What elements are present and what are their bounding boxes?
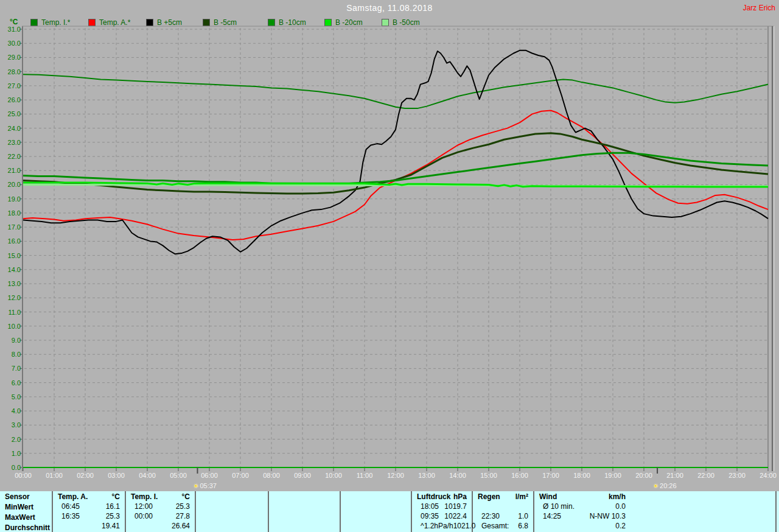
stats-column-empty-1 xyxy=(196,491,269,532)
y-tick-label: 8.0 xyxy=(1,351,21,358)
y-tick-label: 13.0 xyxy=(1,280,21,287)
y-tick-label: 27.0 xyxy=(1,82,21,89)
x-tick-label: 02:00 xyxy=(72,472,99,479)
stats-label: Durchschnitt xyxy=(0,522,52,532)
wind-max-value: N-NW 10.3 xyxy=(590,511,626,521)
x-tick-label: 09:00 xyxy=(289,472,316,479)
column-name: Regen xyxy=(478,492,500,502)
x-tick-label: 15:00 xyxy=(475,472,502,479)
y-tick-label: 31.0 xyxy=(1,26,21,33)
stats-column-luftdruck: Luftdruck hPa 18:051019.7 09:351022.4 ^1… xyxy=(412,491,473,532)
temperature-plot xyxy=(0,0,779,492)
y-tick-label: 2.0 xyxy=(1,436,21,443)
x-tick-label: 18:00 xyxy=(568,472,595,479)
stats-table: Sensor MinWert MaxWert Durchschnitt Temp… xyxy=(0,491,779,532)
stats-row-labels-column: Sensor MinWert MaxWert Durchschnitt xyxy=(0,491,53,532)
y-tick-label: 11.0 xyxy=(1,309,21,316)
x-tick-label: 11:00 xyxy=(351,472,378,479)
x-tick-label: 08:00 xyxy=(258,472,285,479)
x-tick-label: 04:00 xyxy=(134,472,161,479)
stats-column-temp-i: Temp. I. °C 12:0025.3 00:0027.8 26.64 xyxy=(126,491,196,532)
max-value: 27.8 xyxy=(176,511,190,521)
column-unit: l/m² xyxy=(515,492,528,502)
x-tick-label: 00:00 xyxy=(10,472,37,479)
column-name: Wind xyxy=(539,492,557,502)
stats-column-temp-a: Temp. A. °C 06:4516.1 16:3525.3 19.41 xyxy=(53,491,126,532)
x-tick-label: 07:00 xyxy=(227,472,254,479)
max-time: 16:35 xyxy=(58,511,80,521)
y-tick-label: 24.0 xyxy=(1,125,21,132)
sunrise-icon: ☀ xyxy=(193,483,198,489)
x-tick-label: 06:00 xyxy=(196,472,223,479)
min-time: 18:05 xyxy=(417,502,439,511)
x-tick-label: 19:00 xyxy=(599,472,626,479)
column-name: Temp. A. xyxy=(58,492,88,502)
stats-column-empty-3 xyxy=(341,491,412,532)
avg-label xyxy=(131,521,134,531)
y-tick-label: 25.0 xyxy=(1,110,21,117)
max-value: 1022.4 xyxy=(444,511,467,521)
y-tick-label: 0.0 xyxy=(1,464,21,471)
stats-column-regen: Regen l/m² 22:301.0 Gesamt:6.8 xyxy=(473,491,534,532)
y-tick-label: 26.0 xyxy=(1,96,21,103)
sunrise-time: 05:37 xyxy=(200,482,217,489)
y-tick-label: 22.0 xyxy=(1,153,21,160)
y-tick-label: 1.0 xyxy=(1,450,21,457)
column-unit: °C xyxy=(182,492,190,502)
stats-column-empty-2 xyxy=(269,491,341,532)
min-time: 12:00 xyxy=(131,502,153,511)
cell xyxy=(539,521,543,531)
x-tick-label: 14:00 xyxy=(444,472,471,479)
rain-time: 22:30 xyxy=(478,511,500,521)
wind-day-value: 0.2 xyxy=(615,521,626,531)
min-time: 06:45 xyxy=(58,502,80,511)
y-tick-label: 7.0 xyxy=(1,365,21,372)
y-tick-label: 10.0 xyxy=(1,323,21,330)
x-tick-label: 03:00 xyxy=(103,472,130,479)
total-label: Gesamt: xyxy=(478,521,509,531)
y-tick-label: 23.0 xyxy=(1,139,21,146)
avg-value: 1021.0 xyxy=(453,521,476,531)
stats-column-wind: Wind km/h Ø 10 min.0.0 14:25N-NW 10.3 0.… xyxy=(534,491,777,532)
sunrise-marker: ☀ 05:37 xyxy=(193,481,217,490)
max-time: 09:35 xyxy=(417,511,439,521)
y-tick-label: 3.0 xyxy=(1,421,21,429)
x-tick-label: 24:00 xyxy=(755,472,779,479)
trend-label: ^1.2hPa/h xyxy=(417,521,453,531)
stats-label: Sensor xyxy=(0,491,52,502)
avg-label xyxy=(58,521,61,531)
y-tick-label: 29.0 xyxy=(1,54,21,61)
x-tick-label: 16:00 xyxy=(506,472,533,479)
y-tick-label: 4.0 xyxy=(1,407,21,415)
column-name: Luftdruck xyxy=(417,492,450,502)
sunset-marker: ☀ 20:26 xyxy=(653,481,677,490)
min-value: 1019.7 xyxy=(444,502,467,511)
wind-max-time: 14:25 xyxy=(539,511,561,521)
total-value: 6.8 xyxy=(518,521,528,531)
wind-avg-value: 0.0 xyxy=(615,502,626,511)
avg-value: 26.64 xyxy=(172,521,190,531)
wind-avg-label: Ø 10 min. xyxy=(539,502,575,511)
x-tick-label: 22:00 xyxy=(693,472,719,479)
y-tick-label: 18.0 xyxy=(1,209,21,217)
y-tick-label: 21.0 xyxy=(1,167,21,174)
x-tick-label: 21:00 xyxy=(662,472,688,479)
y-tick-label: 5.0 xyxy=(1,393,21,401)
y-tick-label: 6.0 xyxy=(1,379,21,387)
column-name: Temp. I. xyxy=(131,492,158,502)
sunset-time: 20:26 xyxy=(660,482,677,489)
avg-value: 19.41 xyxy=(102,521,120,531)
weather-day-chart-window: Samstag, 11.08.2018 Jarz Erich °C Temp. … xyxy=(0,0,779,532)
cell xyxy=(478,502,481,511)
column-unit: hPa xyxy=(453,492,467,502)
y-tick-label: 14.0 xyxy=(1,266,21,273)
max-time: 00:00 xyxy=(131,511,153,521)
y-tick-label: 17.0 xyxy=(1,223,21,231)
x-tick-label: 13:00 xyxy=(413,472,440,479)
x-tick-label: 17:00 xyxy=(537,472,564,479)
x-tick-label: 12:00 xyxy=(382,472,409,479)
stats-label: MaxWert xyxy=(0,512,52,522)
x-tick-label: 05:00 xyxy=(165,472,192,479)
x-tick-label: 01:00 xyxy=(41,472,68,479)
y-tick-label: 9.0 xyxy=(1,337,21,344)
